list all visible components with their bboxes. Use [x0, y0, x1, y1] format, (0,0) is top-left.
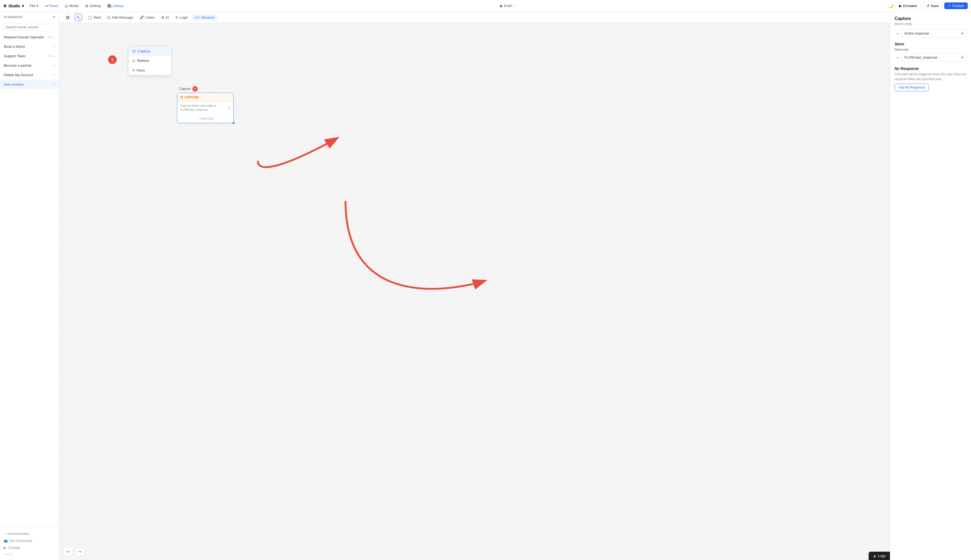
draft-label: Draft	[504, 4, 512, 8]
listen-icon: 🎤	[140, 15, 144, 20]
form-dropdown-icon: ≡	[132, 68, 135, 72]
documentation-label: Documentation	[7, 532, 29, 536]
start-button[interactable]: ◯ Start	[85, 14, 104, 21]
listen-button[interactable]: 🎤 Listen	[137, 14, 157, 21]
documentation-icon: ○	[4, 532, 6, 536]
more-options-icon[interactable]: ⋯	[51, 82, 55, 87]
sidebar: SCENARIOS + Request Human Operator ▾ ⋯ B…	[0, 12, 59, 560]
more-options-icon[interactable]: ⋯	[51, 44, 55, 49]
capture-card-body: Capture entire user reply to FLOW.last_r…	[177, 102, 233, 114]
nav-model[interactable]: ◎ Model	[62, 3, 81, 9]
canvas-bottom-tools: ↩ ↪	[64, 548, 84, 556]
draft-asterisk: •	[513, 4, 515, 8]
sidebar-toggle-icon: ⊟	[66, 15, 69, 20]
capture-card[interactable]: ⊡ CAPTURE Capture entire user reply to F…	[177, 93, 234, 123]
ai-label: AI	[165, 15, 169, 20]
sidebar-item-support-team[interactable]: Support Team ▾ ⋯	[0, 51, 59, 61]
sidebar-item-label: Become a partner	[4, 63, 32, 68]
panel-subtitle: Select entity	[894, 22, 967, 26]
node-start-badge: 1	[108, 55, 117, 64]
start-label: Start	[94, 15, 101, 20]
more-options-icon[interactable]: ⋯	[51, 72, 55, 77]
nav-right: 🌙 ▶ Emulator ↺ Save ✓ Publish	[888, 2, 968, 10]
dropdown-buttons-item[interactable]: ⊠ Buttons	[129, 56, 171, 65]
canvas-toolbar: ⊟ ↖ ◯ Start ⊡ Add Message 🎤 Listen ⊗ AI	[59, 12, 890, 23]
advance-button[interactable]: </> Advance	[192, 14, 217, 21]
sidebar-item-delete-account[interactable]: Delete My Account ⋯	[0, 70, 59, 80]
ai-button[interactable]: ⊗ AI	[159, 14, 172, 21]
capture-card-desc: Capture entire user reply to FLOW.last_r…	[180, 104, 226, 112]
more-options-icon[interactable]: ⋯	[51, 53, 55, 58]
canvas-wrapper: ⊟ ↖ ◯ Start ⊡ Add Message 🎤 Listen ⊗ AI	[59, 12, 890, 560]
nav-setting[interactable]: ⚙ Setting	[82, 3, 103, 9]
nav-file[interactable]: File ▾	[27, 3, 41, 9]
emulator-label: Emulator	[903, 4, 917, 8]
save-label: Save	[931, 4, 939, 8]
file-label: File	[30, 4, 35, 8]
dropdown-buttons-label: Buttons	[137, 58, 149, 63]
main-layout: SCENARIOS + Request Human Operator ▾ ⋯ B…	[0, 12, 971, 560]
library-icon: 📚	[107, 4, 112, 8]
sidebar-footer: ○ Documentation 👥 Our Community ▶ Tutori…	[0, 527, 59, 560]
logic-icon: ⊙	[175, 15, 178, 20]
logs-button[interactable]: ▲ Logs	[869, 552, 890, 560]
publish-label: Publish	[953, 4, 964, 8]
sidebar-footer-community[interactable]: 👥 Our Community	[4, 537, 55, 544]
store-section: Store Store into → FLOW.last_response	[894, 42, 967, 62]
sidebar-item-become-partner[interactable]: Become a partner ⋯	[0, 61, 59, 70]
sidebar-toggle-button[interactable]: ⊟	[64, 13, 71, 21]
add-step-label: + Add Step	[197, 117, 213, 120]
node-handle[interactable]	[232, 122, 235, 124]
flows-label: Flows	[49, 4, 58, 8]
node-header-bar: Capture 2	[177, 85, 234, 93]
sidebar-item-book-demo[interactable]: Book a Demo ⋯	[0, 42, 59, 51]
draft-icon: ◉	[500, 4, 503, 8]
dropdown-capture-item[interactable]: ⊡ Capture	[129, 46, 171, 56]
cursor-button[interactable]: ↖	[75, 13, 82, 21]
entity-row: → Entire response	[894, 29, 967, 38]
capture-node[interactable]: Capture 2 ⊡ CAPTURE Capture entire user …	[177, 85, 234, 123]
sidebar-item-request-human[interactable]: Request Human Operator ▾ ⋯	[0, 32, 59, 42]
no-response-section: No Response This path will be triggered …	[894, 67, 967, 91]
sidebar-footer-tutorials[interactable]: ▶ Tutorials	[4, 544, 55, 552]
entity-arrow-icon: →	[894, 30, 900, 37]
logic-button[interactable]: ⊙ Logic	[173, 14, 191, 21]
sidebar-item-new-session[interactable]: New session ⋯	[0, 80, 59, 89]
entity-select[interactable]: Entire response	[902, 29, 967, 38]
dropdown-form-item[interactable]: ≡ Form	[129, 65, 171, 75]
logs-icon: ▲	[873, 554, 876, 558]
store-title: Store	[894, 42, 967, 46]
add-scenario-button[interactable]: +	[53, 15, 55, 20]
node-start[interactable]: 1	[108, 55, 117, 64]
moon-icon[interactable]: 🌙	[888, 3, 894, 8]
add-step-button[interactable]: + Add Step	[177, 114, 233, 123]
nav-flows[interactable]: ⇌ Flows	[42, 3, 61, 9]
add-message-button[interactable]: ⊡ Add Message	[105, 14, 136, 21]
more-options-icon[interactable]: ⋯	[51, 35, 55, 40]
file-chevron-icon: ▾	[37, 4, 38, 8]
panel-title: Capture	[894, 16, 967, 21]
dropdown-form-label: Form	[137, 68, 145, 72]
redo-button[interactable]: ↪	[75, 548, 84, 556]
search-input[interactable]	[3, 24, 56, 31]
more-options-icon[interactable]: ⋯	[51, 63, 55, 68]
emulator-button[interactable]: ▶ Emulator	[896, 2, 921, 10]
sidebar-search-container	[0, 22, 59, 32]
sidebar-footer-documentation[interactable]: ○ Documentation	[4, 530, 55, 537]
listen-label: Listen	[145, 15, 155, 20]
sidebar-item-label: Support Team	[4, 54, 26, 58]
library-label: Library	[113, 4, 124, 8]
add-no-response-button[interactable]: Add No Response	[894, 84, 929, 91]
brand[interactable]: ⚙ Studio ▾	[3, 4, 24, 8]
tutorials-label: Tutorials	[8, 546, 20, 550]
no-response-title: No Response	[894, 67, 967, 71]
store-into-label: Store into	[894, 48, 967, 52]
store-select[interactable]: FLOW.last_response	[902, 53, 967, 62]
undo-button[interactable]: ↩	[64, 548, 73, 556]
nav-library[interactable]: 📚 Library	[104, 3, 126, 9]
save-button[interactable]: ↺ Save	[923, 2, 943, 10]
publish-button[interactable]: ✓ Publish	[944, 2, 968, 9]
model-icon: ◎	[65, 4, 68, 8]
capture-expand-icon[interactable]: ⊡	[228, 106, 231, 110]
canvas[interactable]: 1 ⊡ Capture ⊠ Buttons ≡ Form	[59, 23, 890, 557]
